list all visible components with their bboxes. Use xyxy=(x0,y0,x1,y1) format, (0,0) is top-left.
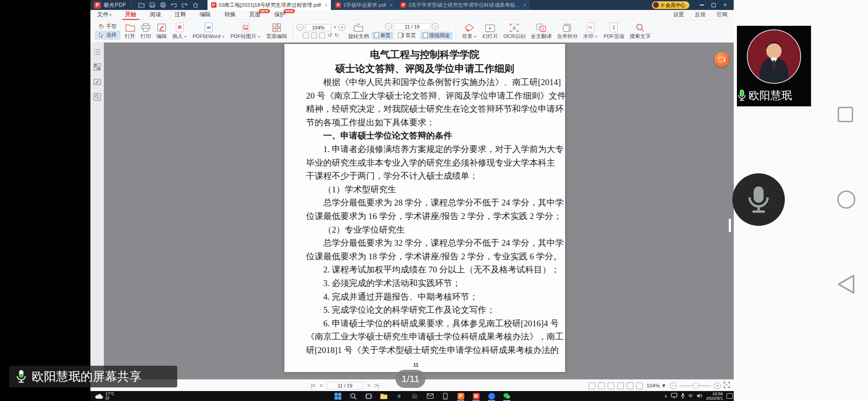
watermark-button[interactable]: 水印▼ xyxy=(580,21,601,41)
participant-video-tile[interactable]: 欧阳慧珉 xyxy=(737,26,811,106)
zoom-slider[interactable] xyxy=(679,385,711,387)
maximize-button[interactable] xyxy=(708,0,719,10)
edit-button[interactable]: 编辑 xyxy=(154,21,170,41)
page-number-field[interactable] xyxy=(327,382,363,389)
print-icon[interactable] xyxy=(158,1,169,9)
page-edit-button[interactable]: 页面编辑 xyxy=(264,21,290,41)
menu-right-link[interactable]: 官网 xyxy=(717,11,727,19)
single-page-button[interactable]: 单页 xyxy=(372,32,393,39)
float-promo-button[interactable] xyxy=(714,52,729,67)
display-icon[interactable] xyxy=(671,393,677,399)
chevron-down-icon[interactable]: ▼ xyxy=(333,25,337,29)
select-tool-button[interactable]: 选择 xyxy=(95,31,120,39)
edge-browser-icon[interactable]: e xyxy=(394,391,405,401)
insert-button[interactable]: 画 插入▼ xyxy=(170,21,190,41)
menu-item[interactable]: 保护 NEW xyxy=(272,10,288,20)
menu-right-link[interactable]: 设置 xyxy=(673,11,684,19)
recent-apps-button[interactable] xyxy=(838,107,853,122)
home-icon[interactable] xyxy=(190,1,201,9)
back-button[interactable] xyxy=(836,274,855,296)
rotate-left-icon[interactable]: ↺ xyxy=(327,33,332,38)
menu-item[interactable]: 阅读 xyxy=(147,10,164,20)
previous-page-button[interactable]: < xyxy=(320,382,323,389)
page-indicator-bubble[interactable]: 1/11 xyxy=(396,370,425,388)
slideshow-button[interactable]: 幻灯片 xyxy=(480,21,501,41)
microphone-toggle-button[interactable] xyxy=(732,173,785,226)
continuous-view-icon[interactable] xyxy=(617,382,624,389)
two-page-icon[interactable] xyxy=(636,382,643,389)
open-file-icon[interactable] xyxy=(136,1,147,9)
redo-icon[interactable] xyxy=(179,1,190,9)
menu-item[interactable]: 开始 xyxy=(123,10,139,20)
mic-tray-icon[interactable] xyxy=(681,393,685,400)
previous-page-button[interactable]: ‹ xyxy=(385,23,392,30)
close-button[interactable]: × xyxy=(719,0,731,10)
fullscreen-icon[interactable] xyxy=(723,382,730,390)
pdf-app-icon[interactable]: P xyxy=(455,391,466,401)
task-view-icon[interactable] xyxy=(363,391,374,401)
hidden-icons-chevron[interactable]: ∧ xyxy=(664,394,667,398)
scrollbar-thumb[interactable] xyxy=(729,219,731,232)
taskbar-weather[interactable]: 17°C阴 xyxy=(95,391,114,401)
first-page-button[interactable]: |< xyxy=(311,382,316,389)
translate-button[interactable]: A文 全文翻译 xyxy=(528,21,554,41)
menu-item[interactable]: 编辑 xyxy=(197,10,214,20)
volume-icon[interactable] xyxy=(697,393,703,399)
tab-close-icon[interactable]: × xyxy=(523,2,526,8)
last-page-button[interactable]: >| xyxy=(374,382,379,389)
zoom-out-button[interactable]: − xyxy=(670,382,677,389)
zoom-in-button[interactable]: + xyxy=(339,24,345,31)
home-button[interactable] xyxy=(837,191,855,209)
search-text-button[interactable]: 搜索文字 xyxy=(627,21,653,41)
search-panel-icon[interactable] xyxy=(93,93,101,101)
zoom-slider-knob[interactable] xyxy=(693,383,698,388)
rotate-document-button[interactable]: 旋转文档 xyxy=(345,21,372,41)
two-page-button[interactable]: 双页 xyxy=(395,32,419,39)
actual-size-icon[interactable] xyxy=(303,33,309,38)
zoom-level-label[interactable]: 104% ▼ xyxy=(646,383,666,388)
annotations-panel-icon[interactable] xyxy=(93,78,101,86)
file-explorer-icon[interactable] xyxy=(378,391,389,401)
wps-icon[interactable]: W xyxy=(471,391,481,401)
fit-page-icon[interactable] xyxy=(598,382,605,389)
pdf-to-word-button[interactable]: W PDF转Word▼ xyxy=(190,21,228,41)
single-page-icon[interactable] xyxy=(627,382,633,389)
start-button[interactable] xyxy=(332,391,343,401)
minimize-button[interactable] xyxy=(696,0,708,10)
menu-right-link[interactable]: 反馈 xyxy=(695,11,706,19)
notification-center-icon[interactable] xyxy=(726,393,733,399)
vip-member-button[interactable]: V 会员中心 xyxy=(652,1,689,9)
zoom-in-button[interactable]: + xyxy=(714,382,721,389)
ocr-button[interactable]: A OCR识别 xyxy=(500,21,528,41)
continuous-view-button[interactable]: 连续阅读 xyxy=(420,32,453,39)
background-button[interactable]: 背景▼ xyxy=(459,21,480,41)
fit-width-icon[interactable] xyxy=(319,33,325,38)
page-number-field[interactable] xyxy=(394,23,430,30)
phone-link-icon[interactable] xyxy=(440,391,451,401)
print-button[interactable]: 打印 xyxy=(138,21,154,41)
tab-close-icon[interactable]: × xyxy=(325,2,327,8)
next-page-button[interactable]: › xyxy=(432,23,439,30)
menu-item[interactable]: 注释 xyxy=(172,10,189,20)
rotate-right-icon[interactable]: ↻ xyxy=(335,33,339,38)
wechat-icon[interactable] xyxy=(501,391,512,401)
fit-width-icon[interactable] xyxy=(608,382,614,389)
zoom-level-field[interactable] xyxy=(305,24,331,31)
next-page-button[interactable]: > xyxy=(367,382,370,389)
hand-tool-button[interactable]: 手型 xyxy=(95,23,120,30)
mail-icon[interactable] xyxy=(425,391,435,401)
input-method-indicator[interactable]: 中 xyxy=(689,393,693,399)
document-tab[interactable]: P 03南工电[2021]18号研究生培养过程管理.pdf × xyxy=(208,0,331,10)
store-icon[interactable] xyxy=(409,391,420,401)
zoom-out-button[interactable]: − xyxy=(297,24,303,31)
menu-item[interactable]: 页面 NEW xyxy=(247,10,264,20)
undo-icon[interactable] xyxy=(169,1,179,9)
compress-button[interactable]: PDF压缩 xyxy=(601,21,627,41)
taskbar-clock[interactable]: 19:56 2022/5/1 xyxy=(706,391,723,401)
pdf-to-image-button[interactable]: PDF转图片▼ xyxy=(228,21,264,41)
save-icon[interactable] xyxy=(147,1,158,9)
fit-page-icon[interactable] xyxy=(311,33,317,38)
open-button[interactable]: 打开 xyxy=(122,21,138,41)
merge-split-button[interactable]: 合并拆分 xyxy=(554,21,580,41)
thumbnails-panel-icon[interactable] xyxy=(93,63,101,71)
